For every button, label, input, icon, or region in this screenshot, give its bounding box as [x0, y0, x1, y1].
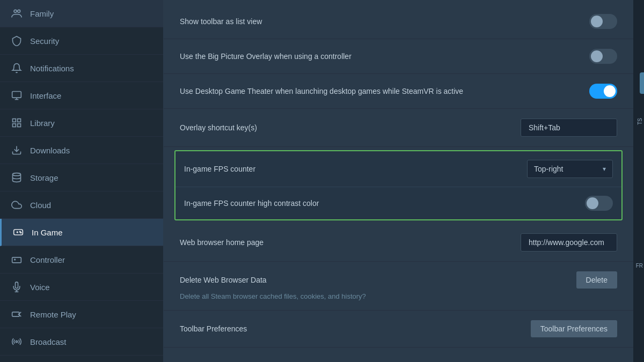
settings-list: Show toolbar as list view Use the Big Pi…: [164, 0, 633, 352]
svg-rect-6: [18, 119, 21, 122]
svg-rect-5: [13, 119, 16, 122]
shield-icon: [11, 35, 23, 47]
sidebar-item-label: Voice: [30, 283, 50, 292]
sidebar-item-library[interactable]: Library: [0, 109, 163, 137]
sidebar-item-label: Notifications: [30, 64, 74, 73]
sidebar-item-label: Library: [30, 119, 55, 128]
setting-row-toolbar-preferences: Toolbar Preferences Toolbar Preferences: [164, 311, 633, 348]
overlay-shortcut-input[interactable]: Shift+Tab: [521, 119, 617, 137]
sidebar-item-controller[interactable]: Controller: [0, 246, 163, 274]
fps-highlight-box: In-game FPS counter Top-right ▾ In-game …: [174, 150, 623, 220]
sidebar-item-notifications[interactable]: Notifications: [0, 55, 163, 82]
remoteplay-icon: [11, 308, 23, 320]
storage-icon: [11, 172, 23, 183]
sidebar-item-security[interactable]: Security: [0, 27, 163, 55]
svg-point-1: [18, 10, 20, 12]
svg-rect-2: [12, 92, 21, 98]
right-edge-tab: [640, 72, 644, 94]
setting-label: Show toolbar as list view: [180, 17, 589, 26]
svg-point-0: [14, 10, 17, 12]
setting-row-web-browser-home: Web browser home page http://www.google.…: [164, 224, 633, 262]
toggle-knob: [587, 197, 598, 209]
svg-rect-8: [18, 124, 21, 127]
setting-label: In-game FPS counter: [184, 165, 527, 173]
dropdown-value: Top-right: [534, 165, 563, 173]
setting-row-fps-high-contrast: In-game FPS counter high contrast color: [175, 187, 621, 219]
toggle-knob: [604, 85, 616, 97]
bell-icon: [11, 62, 23, 74]
setting-row-big-picture: Use the Big Picture Overlay when using a…: [164, 39, 633, 74]
svg-rect-7: [13, 124, 16, 127]
library-icon: [11, 117, 23, 129]
web-browser-home-input[interactable]: http://www.google.com: [521, 233, 617, 252]
svg-point-15: [20, 232, 21, 233]
download-icon: [11, 144, 23, 156]
sidebar-item-label: In Game: [32, 228, 63, 237]
fps-counter-dropdown[interactable]: Top-right ▾: [527, 160, 613, 178]
right-edge-text-ts: TS: [637, 118, 643, 125]
sidebar-item-label: Remote Play: [30, 310, 76, 319]
setting-label: Use Desktop Game Theater when launching …: [180, 87, 589, 95]
sidebar-item-label: Controller: [30, 255, 65, 264]
setting-row-toolbar-list-view: Show toolbar as list view: [164, 4, 633, 39]
sidebar-item-storage[interactable]: Storage: [0, 164, 163, 191]
sidebar-item-voice[interactable]: Voice: [0, 274, 163, 301]
microphone-icon: [11, 281, 23, 293]
sidebar-item-label: Downloads: [30, 146, 70, 155]
sidebar-item-broadcast[interactable]: Broadcast: [0, 328, 163, 356]
sidebar-item-label: Family: [30, 9, 54, 18]
controller-icon: [11, 254, 23, 265]
sidebar-item-remoteplay[interactable]: Remote Play: [0, 301, 163, 328]
toolbar-preferences-button[interactable]: Toolbar Preferences: [531, 320, 617, 337]
toggle-toolbar-list-view[interactable]: [589, 14, 617, 29]
setting-label: Overlay shortcut key(s): [180, 123, 521, 132]
svg-point-10: [13, 173, 21, 176]
setting-row-overlay-shortcut: Overlay shortcut key(s) Shift+Tab: [164, 109, 633, 147]
sidebar-item-label: Cloud: [30, 201, 51, 210]
fps-section-wrapper: In-game FPS counter Top-right ▾ In-game …: [164, 147, 633, 224]
toggle-desktop-theater[interactable]: [589, 84, 617, 99]
sidebar-item-ingame[interactable]: In Game: [0, 219, 163, 246]
toggle-fps-high-contrast[interactable]: [585, 196, 613, 211]
chevron-down-icon: ▾: [603, 165, 606, 173]
setting-row-fps-counter: In-game FPS counter Top-right ▾: [175, 151, 621, 187]
right-edge-text-fr: FR: [636, 263, 643, 269]
delete-browser-data-button[interactable]: Delete: [576, 271, 617, 289]
sidebar-item-label: Interface: [30, 91, 61, 100]
cloud-icon: [11, 199, 23, 211]
setting-label: In-game FPS counter high contrast color: [184, 199, 585, 208]
sidebar-item-label: Broadcast: [30, 337, 67, 346]
svg-point-19: [16, 341, 17, 342]
setting-row-delete-browser-data: Delete Web Browser Data Delete Delete al…: [164, 262, 633, 311]
setting-label: Toolbar Preferences: [180, 324, 531, 333]
sidebar-item-downloads[interactable]: Downloads: [0, 137, 163, 164]
sidebar: Family Security Notifications Interface: [0, 0, 164, 362]
setting-label: Use the Big Picture Overlay when using a…: [180, 52, 589, 61]
setting-row-desktop-theater: Use Desktop Game Theater when launching …: [164, 74, 633, 109]
sidebar-item-label: Security: [30, 36, 59, 46]
monitor-icon: [11, 90, 23, 101]
broadcast-icon: [11, 336, 23, 348]
main-content: Show toolbar as list view Use the Big Pi…: [164, 0, 633, 362]
setting-label: Delete Web Browser Data: [180, 276, 576, 284]
sidebar-item-label: Storage: [30, 173, 58, 182]
toggle-knob: [591, 50, 603, 62]
sidebar-item-cloud[interactable]: Cloud: [0, 191, 163, 219]
sidebar-item-family[interactable]: Family: [0, 0, 163, 27]
toggle-big-picture[interactable]: [589, 49, 617, 64]
toggle-knob: [591, 16, 603, 27]
sidebar-item-interface[interactable]: Interface: [0, 82, 163, 109]
right-edge: TS FR: [633, 0, 644, 362]
setting-label: Web browser home page: [180, 238, 521, 247]
ingame-icon: [12, 226, 24, 238]
delete-browser-sublabel: Delete all Steam browser cached files, c…: [180, 292, 366, 300]
family-icon: [11, 8, 23, 19]
